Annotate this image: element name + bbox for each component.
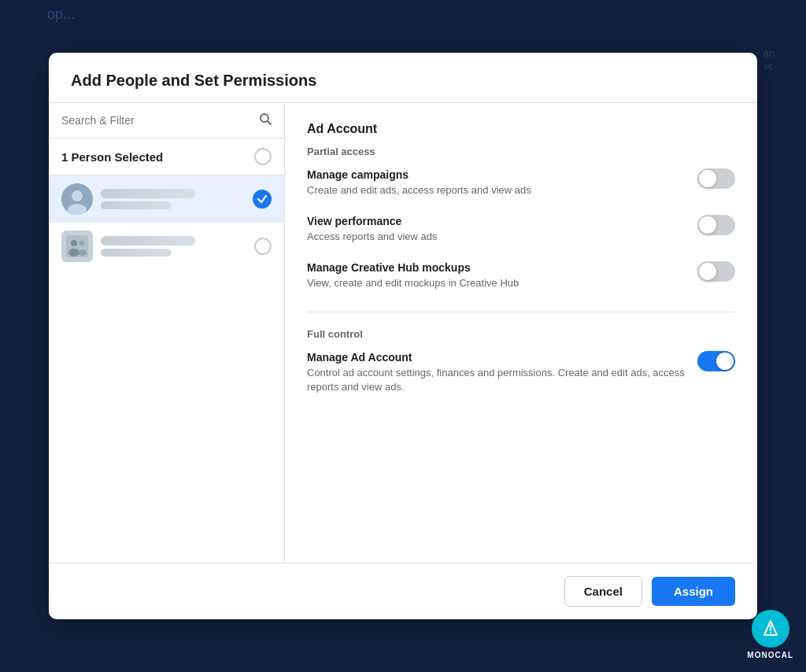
person-item-2[interactable] [49, 223, 284, 270]
toggle-creative-hub[interactable] [697, 261, 735, 282]
toggle-thumb-view-performance [699, 216, 716, 234]
toggle-view-performance[interactable] [697, 215, 735, 235]
svg-point-7 [79, 241, 84, 246]
toggle-thumb-manage-campaigns [699, 170, 716, 187]
search-icon [259, 113, 272, 128]
permission-title-view-performance: View performance [307, 215, 688, 227]
monocal-badge: MONOCAL [747, 610, 793, 659]
permission-row-manage-ad-account: Manage Ad Account Control ad account set… [307, 351, 735, 394]
permission-title-manage-campaigns: Manage campaigns [307, 168, 688, 181]
person-item-1[interactable] [49, 175, 284, 223]
left-panel: 1 Person Selected [49, 103, 285, 563]
svg-point-8 [68, 249, 79, 257]
toggle-manage-ad-account[interactable] [697, 351, 735, 371]
search-input[interactable] [61, 114, 253, 127]
avatar-2 [61, 231, 93, 262]
page-background: op... an et. Add People and Set Permissi… [0, 0, 806, 672]
modal-overlay: Add People and Set Permissions [0, 0, 806, 672]
ad-account-heading: Ad Account [307, 122, 735, 136]
permission-row-creative-hub: Manage Creative Hub mockups View, create… [307, 261, 735, 290]
avatar-1 [61, 183, 93, 215]
modal-footer: Cancel Assign [49, 563, 757, 619]
person-name-2 [101, 236, 246, 257]
svg-point-12 [769, 632, 771, 633]
svg-point-3 [72, 190, 83, 201]
permission-desc-view-performance: Access reports and view ads [307, 230, 688, 244]
svg-line-1 [268, 121, 271, 124]
person-name-1 [101, 189, 245, 209]
toggle-manage-campaigns[interactable] [697, 168, 735, 189]
modal-dialog: Add People and Set Permissions [49, 53, 757, 619]
monocal-logo [752, 610, 789, 648]
permission-desc-manage-ad-account: Control ad account settings, finances an… [307, 366, 688, 394]
permission-text-view-performance: View performance Access reports and view… [307, 215, 688, 244]
person-check-1 [253, 190, 272, 209]
permission-text-manage-campaigns: Manage campaigns Create and edit ads, ac… [307, 168, 688, 198]
permission-row-view-performance: View performance Access reports and view… [307, 215, 735, 244]
permission-title-manage-ad-account: Manage Ad Account [307, 351, 688, 364]
cancel-button[interactable]: Cancel [564, 576, 642, 607]
toggle-thumb-manage-ad-account [716, 353, 734, 370]
person-selected-row: 1 Person Selected [49, 138, 284, 175]
toggle-thumb-creative-hub [699, 263, 716, 280]
full-control-label: Full control [307, 328, 735, 340]
permission-desc-manage-campaigns: Create and edit ads, access reports and … [307, 183, 688, 198]
permission-desc-creative-hub: View, create and edit mockups in Creativ… [307, 276, 688, 290]
assign-button[interactable]: Assign [652, 577, 735, 606]
person-selected-radio[interactable] [254, 148, 272, 165]
modal-body: 1 Person Selected [49, 103, 757, 563]
partial-access-label: Partial access [307, 146, 735, 157]
right-panel: Ad Account Partial access Manage campaig… [285, 103, 757, 563]
permission-title-creative-hub: Manage Creative Hub mockups [307, 261, 688, 274]
permission-row-manage-campaigns: Manage campaigns Create and edit ads, ac… [307, 168, 735, 198]
svg-point-6 [71, 240, 77, 246]
search-bar [49, 103, 284, 138]
person-selected-label: 1 Person Selected [61, 150, 163, 164]
permission-text-manage-ad-account: Manage Ad Account Control ad account set… [307, 351, 688, 394]
permission-text-creative-hub: Manage Creative Hub mockups View, create… [307, 261, 688, 290]
person-radio-2[interactable] [254, 238, 272, 255]
svg-point-9 [79, 249, 87, 256]
modal-title: Add People and Set Permissions [49, 53, 757, 103]
divider-full-control [307, 312, 735, 312]
full-control-section: Full control Manage Ad Account Control a… [307, 328, 735, 412]
monocal-label: MONOCAL [747, 651, 793, 659]
